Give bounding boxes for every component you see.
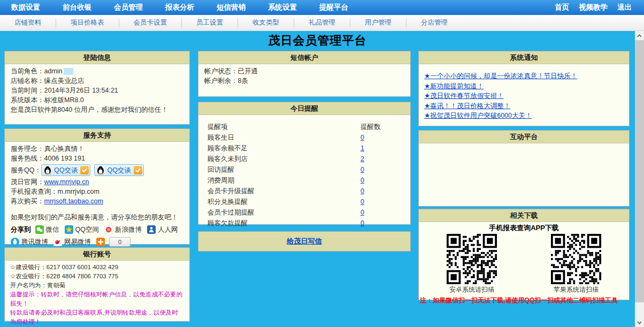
reminder-count-link[interactable]: 0 [361, 132, 364, 143]
service-support-panel: 服务支持 服务理念：真心换真情！ 服务热线：4006 193 191 服务QQ：… [4, 128, 190, 245]
scroll-up-button[interactable] [635, 31, 644, 40]
official-site: 茂日官网：www.mrrjvip.cn [11, 177, 183, 187]
reminder-count-link[interactable]: 0 [361, 164, 364, 175]
reminder-label: 积分兑换提醒 [208, 198, 248, 206]
notice-link[interactable]: ★新功能提前知道！ [424, 81, 624, 92]
welcome-message: 您是茂日软件第8040 位用户，感谢您对我们的信任！ [11, 105, 183, 115]
qq-check-icon [134, 166, 142, 174]
shop-name: 店铺名称：缘点美业总店 [11, 76, 183, 86]
write-letter-box: 给茂日写信 [198, 231, 411, 252]
share-renren[interactable]: 人人网 [158, 225, 178, 234]
subnav-member-card[interactable]: 会员卡设置 [119, 18, 182, 27]
share-row-1: 分享到 微信 QQ空间 新浪微博 人人网 [11, 224, 183, 234]
service-hotline: 服务热线：4006 193 191 [11, 154, 183, 163]
nav-logout[interactable]: 退出 [612, 3, 637, 12]
tencent-weibo-icon[interactable] [11, 238, 19, 246]
reminder-row: 会员卡过期提醒0 [198, 207, 410, 218]
netease-weibo-icon[interactable] [53, 238, 62, 246]
interactive-platform-panel: 互动平台 [418, 130, 630, 207]
sub-nav-bar: 店铺资料 项目价格表 会员卡设置 员工设置 收支类型 礼品管理 用户管理 分店管… [0, 15, 644, 31]
bank-agriculture: ☆农业银行：6228 4804 7806 7703 775 [10, 272, 184, 281]
qq-penguin-icon [44, 166, 52, 174]
reminder-count-link[interactable]: 0 [361, 207, 364, 218]
nav-data-settings[interactable]: 数据设置 [0, 3, 51, 12]
service-qq-label: 服务QQ： [11, 165, 41, 175]
renren-icon[interactable] [147, 225, 156, 234]
nav-system-settings[interactable]: 系统设置 [257, 3, 308, 12]
scroll-down-button[interactable] [635, 318, 644, 327]
notice-link[interactable]: ★喜讯！！茂日价格大调整！ [424, 101, 624, 111]
notice-link[interactable]: ★祝贺茂日软件用户突破6000大关！ [424, 111, 624, 121]
scrollbar-thumb[interactable] [635, 40, 644, 302]
sina-weibo-icon[interactable] [104, 225, 113, 234]
nav-home[interactable]: 首页 [550, 3, 574, 12]
notice-link[interactable]: ★茂日软件春节放假安排！ [424, 91, 624, 101]
middle-column: 短信帐户 帐户状态：已开通 帐户剩余：8条 今日提醒 提醒项 提醒数 顾客生日0… [198, 51, 411, 252]
reminder-count-link[interactable]: 0 [361, 218, 364, 229]
today-reminders-title: 今日提醒 [198, 102, 410, 115]
downloads-subtitle: 手机报表查询APP下载 [419, 223, 629, 233]
rebuy-link[interactable]: mrrjsoft.taobao.com [44, 197, 103, 205]
reminder-count-link[interactable]: 2 [361, 154, 364, 164]
bank-account-panel: 银行账号 ☆建设银行：6217 0037 6001 4032 429 ☆农业银行… [4, 247, 190, 322]
reminder-count-link[interactable]: 1 [361, 143, 364, 154]
sms-status: 帐户状态：已开通 [204, 66, 404, 76]
qq-chat-label: QQ交谈 [54, 165, 78, 175]
wechat-icon[interactable] [35, 225, 44, 234]
reminder-count-link[interactable]: 0 [361, 175, 364, 186]
reminder-row: 顾客久未到店2 [198, 154, 410, 164]
nav-sms-marketing[interactable]: 短信营销 [205, 3, 257, 12]
qzone-icon[interactable] [65, 225, 73, 234]
nav-reminder-platform[interactable]: 提醒平台 [308, 3, 359, 12]
qq-chat-button-2[interactable]: QQ交谈 [94, 164, 143, 176]
official-site-link[interactable]: www.mrrjvip.cn [44, 178, 89, 186]
qq-chat-button-1[interactable]: QQ交谈 [41, 164, 90, 176]
reminder-count-link[interactable]: 0 [361, 196, 364, 207]
reminder-label: 回访提醒 [208, 166, 234, 173]
ios-qr-caption: 苹果系统请扫描 [551, 285, 601, 294]
reminder-row: 顾客欠款提醒0 [198, 218, 410, 229]
service-philosophy: 服务理念：真心换真情！ [11, 144, 183, 154]
notice-link[interactable]: ★一个小小的问候，却是一份浓浓真意！节日快乐！ [424, 71, 624, 81]
subnav-shop-info[interactable]: 店铺资料 [0, 18, 56, 27]
reminder-count-link[interactable]: 0 [361, 186, 364, 196]
subnav-gift-manage[interactable]: 礼品管理 [294, 18, 350, 27]
current-role: 当前角色：admin [11, 66, 183, 76]
today-reminders-panel: 今日提醒 提醒项 提醒数 顾客生日0 顾客余额不足1 顾客久未到店2 回访提醒0… [198, 102, 411, 225]
system-notices-title: 系统通知 [419, 51, 629, 64]
reminder-label: 顾客余额不足 [208, 145, 248, 152]
reminder-row: 积分兑换提醒0 [198, 196, 410, 207]
rebuy: 再次购买：mrrjsoft.taobao.com [11, 196, 183, 206]
share-sina-weibo[interactable]: 新浪微博 [115, 225, 142, 234]
qr-row: 安卓系统请扫描 苹果系统请扫描 [419, 233, 629, 294]
write-letter-link[interactable]: 给茂日写信 [287, 237, 322, 245]
nav-member-manage[interactable]: 会员管理 [103, 3, 154, 12]
nav-front-cashier[interactable]: 前台收银 [51, 3, 103, 12]
nav-video-tutorial[interactable]: 视频教学 [574, 3, 612, 12]
nav-report-analysis[interactable]: 报表分析 [154, 3, 205, 12]
text-selection-highlight [64, 68, 73, 75]
subnav-staff-settings[interactable]: 员工设置 [182, 18, 237, 27]
service-qq-row: 服务QQ： QQ交谈 QQ交谈 [11, 163, 183, 177]
subnav-user-manage[interactable]: 用户管理 [350, 18, 406, 27]
share-more-icon[interactable] [96, 238, 105, 246]
share-tencent-weibo[interactable]: 腾讯微博 [21, 237, 48, 247]
current-time: 当前时间：2014年3月26日 13:54:21 [11, 86, 183, 95]
android-qr-caption: 安卓系统请扫描 [447, 285, 497, 294]
reminder-row: 顾客生日0 [198, 132, 410, 143]
reminder-col-item: 提醒项 [208, 123, 228, 131]
share-qzone[interactable]: QQ空间 [75, 225, 99, 234]
reminder-row: 会员卡升级提醒0 [198, 186, 410, 196]
share-wechat[interactable]: 微信 [46, 225, 59, 234]
bank-account-title: 银行账号 [5, 248, 189, 261]
login-info-panel: 登陆信息 当前角色：admin 店铺名称：缘点美业总店 当前时间：2014年3月… [4, 51, 190, 125]
share-netease-weibo[interactable]: 网易微博 [64, 237, 91, 247]
share-count-bubble: 0 [109, 237, 131, 247]
subnav-income-expense[interactable]: 收支类型 [238, 18, 294, 27]
subnav-price-list[interactable]: 项目价格表 [56, 18, 119, 27]
share-prompt: 如果您对我们的产品和服务满意，请分享给您的朋友吧！ [11, 212, 183, 222]
service-support-title: 服务支持 [5, 129, 189, 142]
vertical-scrollbar[interactable] [635, 31, 644, 327]
qq-chat-label: QQ交谈 [107, 165, 131, 175]
subnav-branch-manage[interactable]: 分店管理 [407, 18, 462, 27]
